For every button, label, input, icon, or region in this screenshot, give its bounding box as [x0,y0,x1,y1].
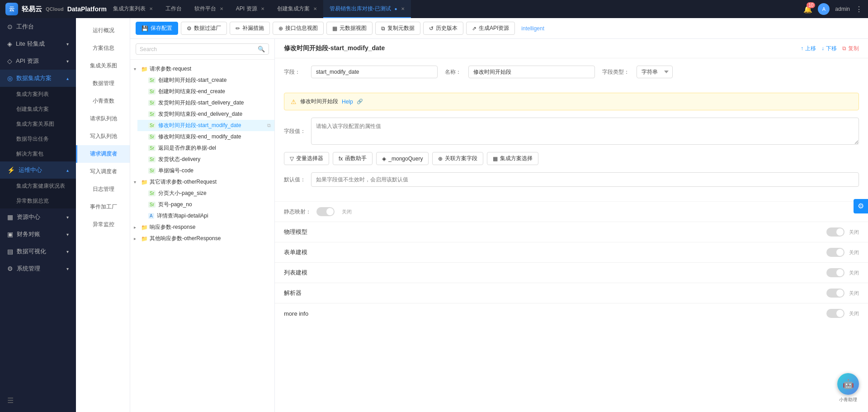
tree-leaf-start-create[interactable]: Sr 创建时间开始段-start_create [137,75,274,86]
tab-workbench[interactable]: 工作台 [159,0,188,18]
name-input[interactable] [468,66,595,78]
action-up[interactable]: ↑ 上移 [801,45,816,52]
more-info-toggle[interactable] [826,309,844,318]
history-btn[interactable]: ↺ 历史版本 [423,22,463,35]
sidebar-sub-health[interactable]: 集成方案健康状况表 [0,179,76,194]
tab-list-close[interactable]: ✕ [149,6,153,11]
search-input[interactable] [140,46,255,52]
gen-api-label: 生成API资源 [479,24,509,32]
desc-box: ⚠ 修改时间开始段 Help 🔗 [284,93,859,110]
tree-leaf-end-delivery[interactable]: Sr 发货时间结束段-end_delivery_date [137,109,274,120]
sidebar-item-sys[interactable]: ⚙ 系统管理 ▾ [0,260,76,277]
static-map-toggle[interactable] [316,207,335,216]
tab-api[interactable]: API 资源 ✕ [230,0,271,18]
help-link[interactable]: Help [342,99,353,105]
supplement-btn[interactable]: ✏ 补漏措施 [230,22,270,35]
second-sidebar-solution-info[interactable]: 方案信息 [76,39,130,57]
tree-leaf-page-size[interactable]: Sr 分页大小-page_size [137,188,274,199]
more-options[interactable]: ⋮ [855,5,863,14]
second-sidebar-data-mgmt[interactable]: 数据管理 [76,75,130,92]
sidebar-collapse-btn[interactable]: ☰ [0,389,76,412]
tree-node-response-row[interactable]: ▸ 📁 响应参数-response [130,222,274,233]
solution-select-btn[interactable]: ▦ 集成方案选择 [487,152,538,165]
interface-view-btn[interactable]: ⊕ 接口信息视图 [273,22,324,35]
type-select[interactable]: 字符串 整数 日期 [637,66,673,78]
second-sidebar-request-scheduler[interactable]: 请求调度者 [76,145,130,163]
sidebar-sub-list[interactable]: 集成方案列表 [0,87,76,102]
tab-current-close[interactable]: ✕ [401,6,405,11]
second-sidebar-write-pool[interactable]: 写入队列池 [76,128,130,145]
variable-selector-btn[interactable]: ▽ 变量选择器 [284,152,329,165]
second-sidebar-log-mgmt[interactable]: 日志管理 [76,180,130,198]
tree-node-request-row[interactable]: ▾ 📁 请求参数-request [130,63,274,75]
save-config-btn[interactable]: 💾 保存配置 [136,22,178,35]
second-sidebar-request-pool[interactable]: 请求队列池 [76,110,130,128]
field-value-section: 字段值： ▽ 变量选择器 fx 函数助手 [275,118,868,172]
tab-api-close[interactable]: ✕ [261,6,264,11]
user-avatar[interactable]: A [818,3,830,15]
second-sidebar-event-factory[interactable]: 事件加工厂 [76,198,130,216]
data-filter-btn[interactable]: ⚙ 数据过滤厂 [181,22,227,35]
clone-meta-btn[interactable]: ⧉ 复制元数据 [375,22,420,35]
tree-leaf-code[interactable]: Sr 单据编号-code [137,165,274,176]
tab-create-close[interactable]: ✕ [313,6,317,11]
second-sidebar-relation-graph[interactable]: 集成关系图 [76,57,130,75]
second-sidebar-runtime[interactable]: 运行概况 [76,22,130,39]
intelligent-tab[interactable]: intelligent [518,23,548,34]
settings-gear-btn[interactable]: ⚙ [854,199,868,213]
tree-leaf-end-modify[interactable]: Sr 修改时间结束段-end_ modify_date [137,131,274,142]
default-value-input[interactable] [311,172,859,187]
logo-icon: 云 [5,3,18,15]
tab-create[interactable]: 创建集成方案 ✕ [271,0,323,18]
gen-api-btn[interactable]: ⇗ 生成API资源 [466,22,515,35]
field-value-input[interactable] [311,118,859,145]
tree-leaf-detail-api[interactable]: A 详情查询api-detailApi [137,210,274,222]
form-build-toggle[interactable] [826,248,844,257]
sidebar-sub-create[interactable]: 创建集成方案 [0,102,76,117]
tree-leaf-start-modify[interactable]: Sr 修改时间开始段-start_modify_date ⧉ [137,120,274,131]
second-sidebar-exception-monitor[interactable]: 异常监控 [76,216,130,233]
tab-software[interactable]: 软件平台 ✕ [188,0,230,18]
sidebar-item-ops[interactable]: ⚡ 运维中心 ▴ [0,161,76,179]
tree-leaf-delivery[interactable]: Sr 发货状态-delivery [137,154,274,165]
tree-panel: 🔍 ▾ 📁 请求参数-request [130,39,275,412]
sidebar-item-api[interactable]: ◇ API 资源 ▾ [0,52,76,70]
tree-node-other-request-row[interactable]: ▾ 📁 其它请求参数-otherRequest [130,176,274,188]
function-assistant-btn[interactable]: fx 函数助手 [333,152,373,165]
second-sidebar-xiao-qing[interactable]: 小青查数 [76,92,130,110]
second-sidebar-write-scheduler[interactable]: 写入调度者 [76,163,130,180]
tree-leaf-del[interactable]: Sr 返回是否作废的单据-del [137,142,274,154]
action-copy[interactable]: ⧉ 复制 [842,45,859,52]
sidebar-item-data-viz[interactable]: ▤ 数据可视化 ▾ [0,243,76,260]
related-field-btn[interactable]: ⊕ 关联方案字段 [432,152,483,165]
sidebar-item-lite[interactable]: ◈ Lite 轻集成 ▾ [0,35,76,52]
sidebar-label-lite: Lite 轻集成 [16,40,45,48]
ai-assistant-btn[interactable]: 🤖 [837,373,859,395]
notification-bell[interactable]: 🔔 10 [803,5,812,14]
meta-view-btn[interactable]: ▦ 元数据视图 [326,22,373,35]
sidebar-sub-package[interactable]: 解决方案包 [0,147,76,161]
sidebar-sub-exception[interactable]: 异常数据总览 [0,194,76,208]
sidebar-sub-export[interactable]: 数据导出任务 [0,132,76,147]
sidebar-item-workbench[interactable]: ⊙ 工作台 [0,18,76,35]
sidebar-sub-relation[interactable]: 集成方案关系图 [0,117,76,132]
list-build-toggle[interactable] [826,268,844,277]
tree-leaf-end-create[interactable]: Sr 创建时间结束段-end_create [137,86,274,97]
field-input[interactable] [311,66,438,78]
parser-toggle[interactable] [826,289,844,298]
sidebar-item-data-integration[interactable]: ◎ 数据集成方案 ▴ [0,70,76,87]
sidebar-item-resource[interactable]: ▦ 资源中心 ▾ [0,208,76,226]
tree-leaf-page-no[interactable]: Sr 页号-page_no [137,199,274,210]
copy-start-modify-icon[interactable]: ⧉ [267,123,271,128]
physical-model-toggle[interactable] [826,227,844,237]
form-build-section: 表单建模 关闭 [275,242,868,262]
help-external-icon[interactable]: 🔗 [357,99,363,104]
mongo-query-btn[interactable]: ◈ _mongoQuery [376,152,429,165]
action-down[interactable]: ↓ 下移 [821,45,837,52]
tab-software-close[interactable]: ✕ [220,6,223,11]
sidebar-item-finance[interactable]: ▣ 财务对账 ▾ [0,226,76,243]
tab-current[interactable]: 管易销售出库对接-已测试 ● ✕ [323,0,411,18]
tab-list[interactable]: 集成方案列表 ✕ [107,0,159,18]
tree-node-other-response-row[interactable]: ▸ 📁 其他响应参数-otherResponse [130,233,274,244]
tree-leaf-start-delivery[interactable]: Sr 发货时间开始段-start_delivery_date [137,97,274,109]
